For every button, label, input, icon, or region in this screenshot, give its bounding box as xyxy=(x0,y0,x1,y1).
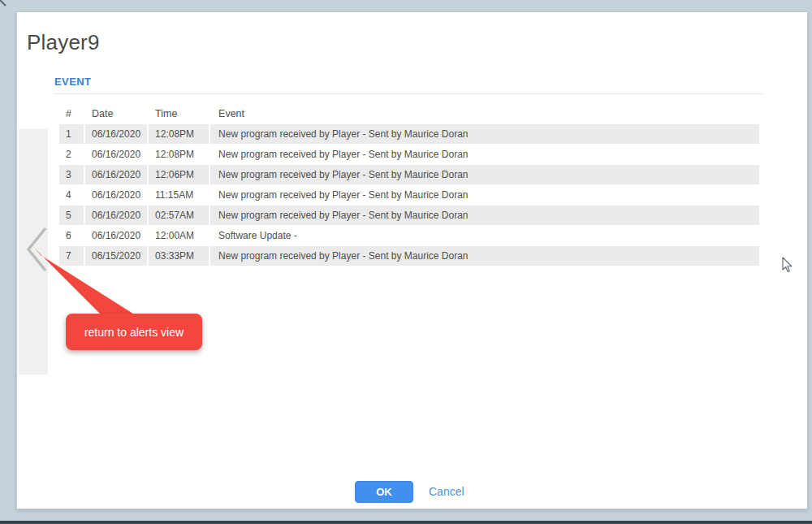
header-date: Date xyxy=(85,104,147,123)
cell-date: 06/16/2020 xyxy=(85,206,147,225)
cell-num: 5 xyxy=(59,206,84,225)
cell-event: New program received by Player - Sent by… xyxy=(210,165,759,184)
cell-num: 1 xyxy=(59,124,84,144)
cell-event: New program received by Player - Sent by… xyxy=(210,145,759,164)
page-title: Player9 xyxy=(27,30,100,55)
corner-artifact xyxy=(0,0,8,8)
cell-num: 2 xyxy=(59,145,84,164)
cell-num: 4 xyxy=(59,185,84,205)
cell-date: 06/16/2020 xyxy=(85,165,147,184)
return-to-alerts-panel[interactable] xyxy=(19,129,48,375)
table-row: 1 06/16/2020 12:08PM New program receive… xyxy=(59,124,759,144)
cell-date: 06/16/2020 xyxy=(85,124,147,144)
cell-time: 12:06PM xyxy=(149,165,209,184)
app-background: Player9 EVENT # Date Time Event 1 06/16/… xyxy=(0,0,812,524)
table-header-row: # Date Time Event xyxy=(59,104,759,123)
header-event: Event xyxy=(210,104,759,123)
annotation-callout: return to alerts view xyxy=(66,314,202,350)
cell-time: 03:33PM xyxy=(149,246,209,266)
table-row: 4 06/16/2020 11:15AM New program receive… xyxy=(59,185,759,205)
cell-date: 06/15/2020 xyxy=(85,246,147,266)
cell-event: New program received by Player - Sent by… xyxy=(210,124,759,144)
cell-time: 12:00AM xyxy=(149,226,209,245)
cell-event: New program received by Player - Sent by… xyxy=(210,185,759,205)
cell-num: 3 xyxy=(59,165,84,184)
table-row: 2 06/16/2020 12:08PM New program receive… xyxy=(59,145,759,164)
tab-divider xyxy=(54,93,762,94)
chevron-left-icon xyxy=(25,225,51,274)
ok-button[interactable]: OK xyxy=(355,481,413,503)
table-row: 6 06/16/2020 12:00AM Software Update - xyxy=(59,226,759,245)
mouse-cursor-icon xyxy=(781,257,793,274)
player-detail-dialog: Player9 EVENT # Date Time Event 1 06/16/… xyxy=(16,11,808,509)
cell-num: 7 xyxy=(59,246,84,266)
table-row: 3 06/16/2020 12:06PM New program receive… xyxy=(59,165,759,184)
cell-event: New program received by Player - Sent by… xyxy=(210,246,759,266)
cell-event: Software Update - xyxy=(210,226,759,245)
cell-date: 06/16/2020 xyxy=(85,145,147,164)
header-num: # xyxy=(59,104,84,123)
header-time: Time xyxy=(149,104,209,123)
cell-time: 12:08PM xyxy=(149,145,209,164)
annotation-label: return to alerts view xyxy=(84,326,184,339)
cell-time: 12:08PM xyxy=(149,124,209,144)
table-row: 5 06/16/2020 02:57AM New program receive… xyxy=(59,206,759,225)
cell-date: 06/16/2020 xyxy=(85,185,147,205)
table-row: 7 06/15/2020 03:33PM New program receive… xyxy=(59,246,759,266)
cancel-button[interactable]: Cancel xyxy=(429,485,464,498)
cell-num: 6 xyxy=(59,226,84,245)
bottom-window-edge xyxy=(0,521,812,524)
cell-event: New program received by Player - Sent by… xyxy=(210,206,759,225)
cell-date: 06/16/2020 xyxy=(85,226,147,245)
tab-event[interactable]: EVENT xyxy=(54,76,91,88)
cell-time: 11:15AM xyxy=(149,185,209,205)
event-table: # Date Time Event 1 06/16/2020 12:08PM N… xyxy=(58,103,761,266)
cell-time: 02:57AM xyxy=(149,206,209,225)
